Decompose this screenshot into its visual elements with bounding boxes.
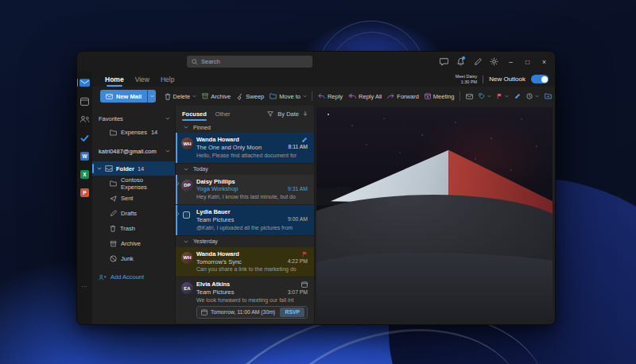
content-area: Favorites Expenses 14 katri0487@gmail.co… [92, 106, 555, 325]
message-row[interactable]: WH Wanda Howard The One and Only Moon 8:… [176, 133, 314, 164]
unread-count: 14 [151, 129, 157, 136]
snooze-button[interactable] [523, 89, 541, 103]
folder-item-archive[interactable]: Archive [92, 236, 175, 251]
sweep-button[interactable]: Sweep [234, 89, 267, 103]
folder-pane: Favorites Expenses 14 katri0487@gmail.co… [92, 106, 175, 325]
meeting-button[interactable]: Meeting [421, 89, 457, 103]
excel-tile: X [80, 170, 89, 179]
chat-icon[interactable] [436, 52, 452, 72]
folder-item-trash[interactable]: Trash [92, 221, 175, 236]
message-list[interactable]: Focused Other By Date [175, 106, 315, 325]
new-mail-button[interactable]: New Mail [100, 90, 147, 103]
sender: Wanda Howard [196, 250, 239, 258]
folder-item-sent[interactable]: Sent [92, 191, 175, 206]
folder-label: Sent [121, 195, 133, 202]
tab-focused[interactable]: Focused [182, 110, 207, 118]
archive-icon [110, 241, 117, 247]
forward-button[interactable]: Forward [385, 89, 422, 103]
close-button[interactable]: × [536, 52, 553, 72]
select-checkbox[interactable] [183, 211, 190, 219]
rsvp-time-label: Tomorrow, 11:00 AM (30m) [211, 309, 275, 315]
sort-direction-icon[interactable] [303, 110, 308, 117]
flag-button[interactable] [494, 89, 511, 103]
filter-icon[interactable] [267, 111, 273, 117]
move-folder-button[interactable] [541, 89, 556, 103]
calendar-icon [201, 309, 207, 316]
section-yesterday[interactable]: Yesterday [176, 236, 314, 247]
section-today[interactable]: Today [176, 164, 314, 175]
message-row[interactable]: Lydia Bauer Team Pictures 9:00 AM @Katri… [176, 205, 314, 236]
time: 4:22 PM [288, 258, 308, 265]
message-row[interactable]: DP Daisy Phillips Yoga Workshop 9:31 AM … [176, 175, 314, 206]
new-outlook-label: New Outlook [489, 76, 525, 83]
divider [483, 76, 483, 83]
search-icon [192, 59, 198, 65]
folder-item-junk[interactable]: Junk [92, 251, 175, 266]
reply-all-icon [348, 93, 356, 99]
sort-by-date[interactable]: By Date [277, 110, 299, 118]
rail-todo-icon[interactable] [78, 132, 91, 143]
divider [460, 91, 460, 101]
settings-gear-icon[interactable] [486, 52, 502, 72]
expand-chevron-icon[interactable] [176, 211, 180, 216]
avatar: WH [181, 252, 193, 264]
archive-button[interactable]: Archive [200, 89, 234, 103]
inbox-icon [105, 165, 113, 172]
minimize-button[interactable]: – [502, 52, 519, 72]
account-header[interactable]: katri0487@gmail.com [92, 145, 175, 157]
chevron-down-icon [97, 167, 102, 170]
rsvp-button[interactable]: RSVP [280, 308, 304, 317]
rail-excel-icon[interactable]: X [78, 168, 91, 180]
divider [312, 91, 312, 101]
flag-icon [302, 251, 308, 258]
time: 9:31 AM [288, 186, 308, 193]
favorites-header[interactable]: Favorites [92, 112, 175, 125]
reply-all-button[interactable]: Reply All [346, 89, 385, 103]
folder-label: Expenses [121, 129, 147, 136]
folder-icon [270, 93, 277, 99]
categorize-button[interactable] [475, 89, 494, 103]
new-mail-dropdown[interactable] [147, 90, 156, 103]
search-input[interactable]: Search [187, 56, 312, 68]
powerpoint-tile: P [80, 188, 89, 197]
message-row[interactable]: WH Wanda Howard Tomorrow's Sync 4:22 PM … [176, 247, 314, 278]
sender: Elvia Atkins [196, 281, 230, 288]
rail-word-icon[interactable]: W [78, 150, 91, 161]
add-account-button[interactable]: Add Account [92, 273, 175, 281]
folder-label: Folder [116, 165, 134, 172]
meeting-reminder[interactable]: Meet Daisy 1:30 PM [456, 74, 478, 84]
rail-mail-icon[interactable] [78, 77, 91, 88]
notifications-bell-icon[interactable] [452, 52, 469, 72]
titlebar[interactable]: Search – □ × [77, 52, 555, 72]
delete-button[interactable]: Delete [161, 89, 200, 103]
reply-button[interactable]: Reply [315, 89, 345, 103]
tab-home[interactable]: Home [105, 76, 124, 83]
rail-more-apps-icon[interactable]: … [81, 281, 88, 288]
folder-item-expenses[interactable]: Expenses 14 [92, 125, 175, 140]
feedback-pencil-icon[interactable] [469, 52, 486, 72]
new-outlook-toggle[interactable] [531, 75, 549, 83]
folder-item-folder-selected[interactable]: Folder 14 [92, 161, 175, 176]
message-row[interactable]: KP Kristin Patterson [176, 324, 314, 325]
tab-view[interactable]: View [135, 76, 149, 83]
expand-chevron-icon[interactable] [176, 181, 180, 186]
section-pinned[interactable]: Pinned [176, 122, 314, 133]
folder-label: Archive [121, 240, 141, 247]
person-add-icon [99, 274, 107, 281]
reading-pane[interactable] [315, 106, 555, 325]
mail-icon [106, 94, 113, 99]
message-row[interactable]: EA Elvia Atkins Team Pictures 3:07 PM We… [176, 277, 314, 324]
send-icon [110, 196, 117, 202]
rail-calendar-icon[interactable] [78, 95, 91, 106]
move-to-button[interactable]: Move to [267, 89, 310, 103]
maximize-button[interactable]: □ [519, 52, 536, 72]
tab-help[interactable]: Help [161, 76, 174, 83]
folder-item-drafts[interactable]: Drafts [92, 206, 175, 221]
folder-label: Trash [120, 225, 135, 232]
tab-other[interactable]: Other [215, 110, 231, 118]
pin-button[interactable] [511, 89, 523, 103]
folder-item-contoso-expenses[interactable]: Contoso Expenses [92, 176, 175, 191]
read-unread-button[interactable] [463, 89, 475, 103]
rail-people-icon[interactable] [78, 114, 91, 125]
rail-powerpoint-icon[interactable]: P [78, 187, 91, 198]
